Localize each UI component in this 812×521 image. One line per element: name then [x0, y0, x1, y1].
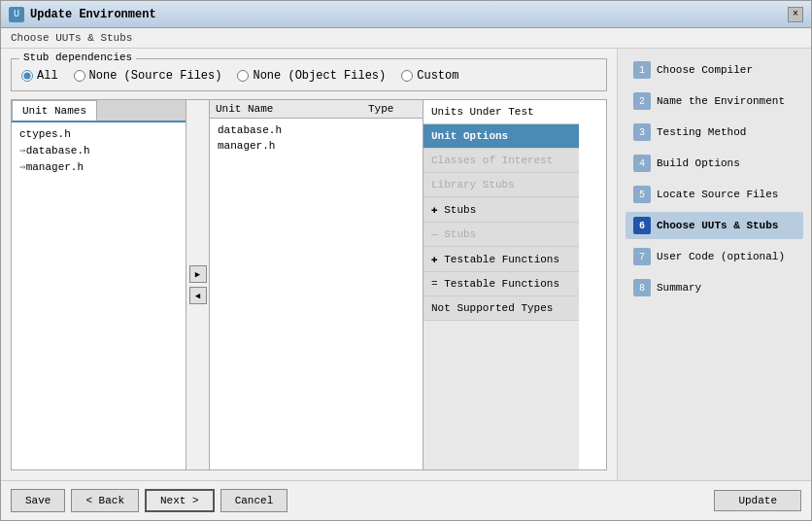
window: U Update Environment × Choose UUTs & Stu… [0, 0, 812, 521]
remove-stubs-btn[interactable]: — Stubs [423, 223, 579, 247]
footer: Save < Back Next > Cancel Update [1, 480, 811, 520]
sidebar-num-4: 4 [633, 155, 651, 172]
list-item[interactable]: manager.h [214, 138, 419, 154]
sidebar-num-3: 3 [633, 123, 651, 141]
radio-none-object[interactable]: None (Object Files) [237, 69, 386, 83]
sidebar-item-choose-compiler[interactable]: 1 Choose Compiler [626, 56, 803, 84]
middle-list: database.h manager.h [210, 119, 423, 469]
right-buttons-panel: Units Under Test Unit Options Classes of… [423, 100, 579, 469]
update-button[interactable]: Update [714, 490, 801, 511]
column-headers: Unit Name Type [210, 100, 423, 119]
col-type-header: Type [368, 103, 417, 115]
sidebar-label-4: Build Options [657, 157, 740, 169]
arrow-buttons: ▶ ◀ [186, 100, 210, 469]
radio-custom-input[interactable] [401, 70, 413, 82]
sidebar-num-5: 5 [633, 186, 651, 203]
right-arrow-button[interactable]: ▶ [189, 265, 207, 283]
sidebar-label-6: Choose UUTs & Stubs [657, 220, 778, 231]
sidebar-num-2: 2 [633, 92, 651, 110]
radio-custom-label: Custom [417, 69, 458, 83]
add-testable-functions-btn[interactable]: ✚ Testable Functions [423, 247, 579, 272]
sidebar-label-7: User Code (optional) [657, 251, 785, 262]
stub-dependencies-group: Stub dependencies All None (Source Files… [11, 58, 607, 91]
back-button[interactable]: < Back [71, 489, 139, 512]
close-button[interactable]: × [788, 7, 803, 22]
sidebar-label-1: Choose Compiler [657, 64, 753, 76]
radio-none-object-input[interactable] [237, 70, 249, 82]
col-unit-name-header: Unit Name [216, 103, 368, 115]
content-area: Stub dependencies All None (Source Files… [1, 49, 811, 480]
title-bar-left: U Update Environment [9, 7, 156, 22]
sidebar-item-name-environment[interactable]: 2 Name the Environment [626, 87, 803, 115]
not-supported-types-btn[interactable]: Not Supported Types [423, 296, 579, 321]
list-item[interactable]: database.h [214, 122, 419, 138]
window-title: Update Environment [30, 8, 156, 21]
radio-all-label: All [37, 69, 58, 83]
sidebar-item-choose-uuts-stubs[interactable]: 6 Choose UUTs & Stubs [626, 212, 803, 239]
classes-of-interest-btn[interactable]: Classes of Interest [423, 149, 579, 173]
radio-none-source-label: None (Source Files) [89, 69, 222, 83]
unit-names-tab[interactable]: Unit Names [12, 100, 97, 121]
sidebar-label-3: Testing Method [657, 126, 746, 138]
sidebar-item-testing-method[interactable]: 3 Testing Method [626, 119, 803, 146]
arrow-icon: ⇒ [19, 145, 26, 156]
unit-names-panel: Unit Names ctypes.h ⇒database.h ⇒manager… [12, 100, 186, 469]
sidebar-item-locate-source-files[interactable]: 5 Locate Source Files [626, 181, 803, 208]
radio-custom[interactable]: Custom [401, 69, 458, 83]
radio-none-source-input[interactable] [74, 70, 85, 82]
unit-options-btn[interactable]: Unit Options [423, 124, 579, 149]
footer-left-buttons: Save < Back Next > Cancel [11, 489, 288, 512]
radio-none-source[interactable]: None (Source Files) [74, 69, 222, 83]
sidebar-num-8: 8 [633, 279, 651, 296]
middle-panel: Unit Name Type database.h manager.h [210, 100, 423, 469]
sidebar-num-1: 1 [633, 61, 651, 79]
units-under-test-btn[interactable]: Units Under Test [423, 100, 579, 124]
list-item[interactable]: ⇒database.h [16, 142, 182, 158]
title-bar: U Update Environment × [1, 1, 811, 28]
next-button[interactable]: Next > [145, 489, 215, 512]
unit-list: ctypes.h ⇒database.h ⇒manager.h [12, 122, 186, 469]
sidebar-label-8: Summary [657, 282, 701, 294]
sidebar-num-7: 7 [633, 248, 651, 265]
radio-all-input[interactable] [21, 70, 33, 82]
save-button[interactable]: Save [11, 489, 65, 512]
library-stubs-btn[interactable]: Library Stubs [423, 173, 579, 197]
add-stubs-btn[interactable]: ✚ Stubs [423, 197, 579, 223]
arrow-icon: ⇒ [19, 161, 26, 173]
breadcrumb: Choose UUTs & Stubs [1, 28, 811, 49]
sidebar-item-summary[interactable]: 8 Summary [626, 274, 803, 301]
sidebar-label-5: Locate Source Files [657, 189, 778, 200]
radio-all[interactable]: All [21, 69, 58, 83]
cancel-button[interactable]: Cancel [220, 489, 288, 512]
sidebar-num-6: 6 [633, 217, 651, 234]
sidebar: 1 Choose Compiler 2 Name the Environment… [617, 49, 811, 480]
radio-row: All None (Source Files) None (Object Fil… [21, 69, 596, 83]
eq-testable-functions-btn[interactable]: = Testable Functions [423, 272, 579, 296]
list-item[interactable]: ctypes.h [16, 126, 182, 142]
left-arrow-button[interactable]: ◀ [189, 287, 207, 304]
tab-header: Unit Names [12, 100, 186, 122]
sidebar-item-build-options[interactable]: 4 Build Options [626, 150, 803, 177]
list-item[interactable]: ⇒manager.h [16, 158, 182, 175]
lists-area: Unit Names ctypes.h ⇒database.h ⇒manager… [11, 99, 607, 470]
radio-none-object-label: None (Object Files) [253, 69, 386, 83]
sidebar-item-user-code[interactable]: 7 User Code (optional) [626, 243, 803, 270]
stub-dependencies-label: Stub dependencies [19, 52, 136, 63]
sidebar-label-2: Name the Environment [657, 95, 785, 107]
window-icon: U [9, 7, 24, 22]
main-panel: Stub dependencies All None (Source Files… [1, 49, 617, 480]
